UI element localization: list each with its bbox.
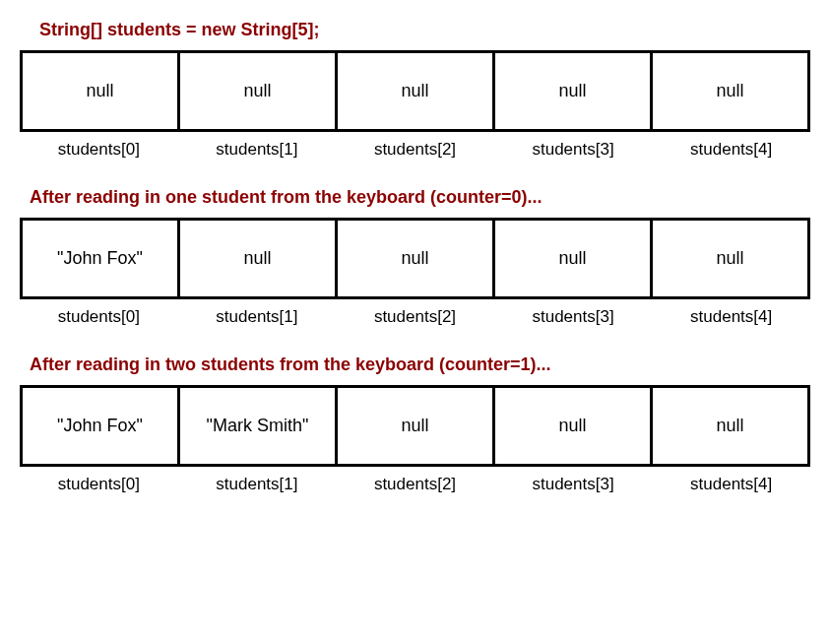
array-cell: null	[495, 388, 653, 464]
index-label: students[4]	[652, 134, 810, 160]
array-row-2: "John Fox" "Mark Smith" null null null	[20, 385, 810, 467]
array-cell: "John Fox"	[23, 388, 180, 464]
labels-row-0: students[0] students[1] students[2] stud…	[20, 134, 810, 160]
index-label: students[0]	[20, 134, 178, 160]
array-cell: null	[180, 53, 338, 129]
index-label: students[3]	[494, 134, 653, 160]
index-label: students[2]	[336, 134, 494, 160]
labels-row-1: students[0] students[1] students[2] stud…	[20, 301, 810, 327]
array-cell: null	[23, 53, 180, 129]
array-cell: null	[338, 388, 495, 464]
heading-after-one: After reading in one student from the ke…	[30, 187, 810, 208]
array-row-0: null null null null null	[20, 50, 810, 132]
index-label: students[2]	[336, 301, 494, 327]
array-section-one-student: After reading in one student from the ke…	[20, 187, 810, 327]
index-label: students[1]	[178, 301, 337, 327]
array-row-1: "John Fox" null null null null	[20, 218, 810, 299]
array-section-initial: String[] students = new String[5]; null …	[20, 20, 810, 160]
array-cell: null	[495, 53, 653, 129]
index-label: students[2]	[336, 469, 494, 494]
index-label: students[4]	[652, 469, 810, 494]
array-cell: null	[653, 388, 807, 464]
index-label: students[4]	[652, 301, 810, 327]
index-label: students[1]	[178, 469, 337, 494]
array-cell: null	[338, 221, 495, 296]
array-cell: null	[653, 53, 807, 129]
array-cell: "John Fox"	[23, 221, 180, 296]
heading-declaration: String[] students = new String[5];	[39, 20, 810, 40]
array-cell: "Mark Smith"	[180, 388, 338, 464]
index-label: students[1]	[178, 134, 337, 160]
array-cell: null	[495, 221, 653, 296]
array-section-two-students: After reading in two students from the k…	[20, 354, 810, 494]
index-label: students[0]	[20, 301, 178, 327]
index-label: students[0]	[20, 469, 178, 494]
labels-row-2: students[0] students[1] students[2] stud…	[20, 469, 810, 494]
heading-after-two: After reading in two students from the k…	[30, 354, 810, 375]
index-label: students[3]	[494, 469, 653, 494]
array-cell: null	[653, 221, 807, 296]
array-cell: null	[180, 221, 338, 296]
index-label: students[3]	[494, 301, 653, 327]
array-cell: null	[338, 53, 495, 129]
